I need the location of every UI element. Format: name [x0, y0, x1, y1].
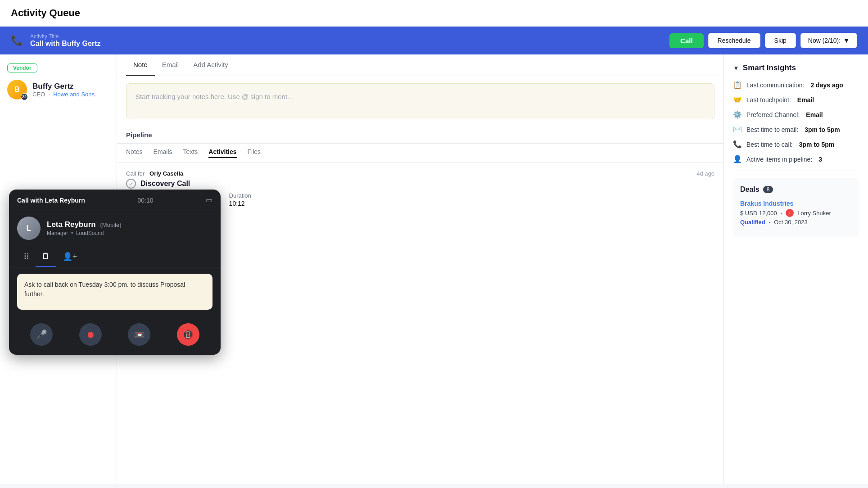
voicemail-button[interactable]: 📼: [128, 323, 150, 346]
tab-add-activity[interactable]: Add Activity: [186, 54, 235, 76]
main-layout: Vendor B 22 Buffy Gertz CEO · Howe and S…: [0, 54, 868, 484]
pipeline-header: Pipeline: [117, 127, 723, 144]
call-person-row: L Leta Reyburn (Mobile) Manager • LoudSo…: [9, 209, 221, 247]
call-overlay: Call with Leta Reyburn 00:10 ▭ L Leta Re…: [9, 190, 221, 355]
deals-header: Deals 8: [740, 185, 852, 194]
contact-info: Buffy Gertz CEO · Howe and Sons.: [32, 82, 96, 98]
insight-pipeline-items: 👤 Active items in pipeline: 3: [733, 155, 859, 163]
mute-button[interactable]: 🎤: [30, 323, 53, 346]
deals-title: Deals: [740, 185, 760, 194]
call-tab-notes[interactable]: 🗒: [36, 247, 56, 267]
minimize-icon[interactable]: ▭: [206, 196, 212, 204]
activity-title: Call with Buffy Gertz: [30, 40, 100, 48]
contact-company-link[interactable]: Howe and Sons.: [53, 91, 96, 98]
page-title: Activity Queue: [11, 7, 857, 19]
insight-last-touchpoint: 🤝 Last touchpoint: Email: [733, 95, 859, 104]
call-avatar: L: [17, 217, 41, 240]
note-tabs: Note Email Add Activity: [117, 54, 723, 76]
sub-tab-files[interactable]: Files: [248, 148, 261, 158]
duration-label: Duration: [229, 192, 251, 199]
handshake-icon: 🤝: [733, 95, 742, 104]
record-button[interactable]: ⏺: [79, 323, 102, 346]
email-icon: ✉️: [733, 125, 742, 134]
sub-tab-activities[interactable]: Activities: [208, 148, 236, 158]
calendar-check-icon: 📋: [733, 81, 742, 89]
vendor-badge: Vendor: [7, 63, 37, 72]
activity-name: Discovery Call: [140, 180, 190, 188]
activity-info: Activity Title Call with Buffy Gertz: [30, 33, 100, 48]
call-overlay-title: Call with Leta Reyburn: [17, 197, 85, 204]
call-person-info: Leta Reyburn (Mobile) Manager • LoudSoun…: [47, 220, 122, 236]
sub-tabs: Notes Emails Texts Activities Files: [117, 144, 723, 163]
call-button[interactable]: Call: [669, 33, 704, 48]
phone-icon: 📞: [733, 140, 742, 149]
deal-status-row: Qualified · Oct 30, 2023: [740, 219, 852, 226]
deal-status[interactable]: Qualified: [740, 219, 765, 226]
collapse-icon[interactable]: ▼: [733, 64, 739, 72]
tab-email[interactable]: Email: [155, 54, 186, 76]
call-note-area[interactable]: Ask to call back on Tuesday 3:00 pm. to …: [17, 274, 212, 310]
tab-note[interactable]: Note: [126, 54, 155, 76]
insight-best-call-time: 📞 Best time to call: 3pm to 5pm: [733, 140, 859, 149]
call-tab-transfer[interactable]: 👤+: [56, 247, 84, 267]
divider: [733, 171, 859, 171]
insight-preferred-channel: ⚙️ Preferred Channel: Email: [733, 110, 859, 119]
contact-role: CEO · Howe and Sons.: [32, 91, 96, 98]
skip-button[interactable]: Skip: [765, 33, 796, 48]
deal-meta: $ USD 12,000 · L Lorry Shuker: [740, 209, 852, 217]
now-button[interactable]: Now (2/10): ▼: [800, 33, 857, 48]
activity-label: Activity Title: [30, 33, 100, 40]
reschedule-button[interactable]: Reschedule: [708, 33, 760, 48]
call-actions: 🎤 ⏺ 📼 📵: [9, 316, 221, 355]
call-tabs: ⠿ 🗒 👤+: [9, 247, 221, 267]
insight-last-communication: 📋 Last communication: 2 days ago: [733, 81, 859, 89]
contact-name: Buffy Gertz: [32, 82, 96, 91]
note-area[interactable]: Start tracking your notes here. Use @ si…: [126, 83, 714, 119]
chevron-down-icon: ▼: [843, 37, 850, 44]
gear-icon: ⚙️: [733, 110, 742, 119]
hangup-button[interactable]: 📵: [177, 323, 199, 346]
call-person-sub: Manager • LoudSound: [47, 230, 122, 236]
insights-title: Smart Insights: [743, 63, 796, 72]
deal-owner-avatar: L: [786, 209, 794, 217]
contact-row: B 22 Buffy Gertz CEO · Howe and Sons.: [7, 80, 109, 99]
deals-count: 8: [763, 186, 773, 193]
activity-item-meta: Call for Orly Casella 4d ago: [126, 170, 714, 177]
activity-caller: Call for Orly Casella: [126, 170, 183, 177]
left-panel: Vendor B 22 Buffy Gertz CEO · Howe and S…: [0, 54, 117, 484]
call-tab-keypad[interactable]: ⠿: [17, 247, 36, 267]
dot-separator: ·: [781, 210, 782, 217]
deals-section: Deals 8 Brakus Industries $ USD 12,000 ·…: [733, 178, 859, 237]
avatar-badge: 22: [21, 93, 28, 100]
call-timer: 00:10: [137, 197, 153, 204]
deal-amount: $ USD 12,000: [740, 210, 777, 217]
sub-tab-emails[interactable]: Emails: [154, 148, 172, 158]
check-circle[interactable]: ✓: [126, 179, 136, 189]
deal-row: Brakus Industries $ USD 12,000 · L Lorry…: [740, 200, 852, 226]
insight-best-email-time: ✉️ Best time to email: 3pm to 5pm: [733, 125, 859, 134]
deal-owner: Lorry Shuker: [797, 210, 831, 217]
avatar: B 22: [7, 80, 27, 99]
dot-separator-2: ·: [769, 219, 771, 226]
call-overlay-header: Call with Leta Reyburn 00:10 ▭: [9, 190, 221, 209]
sub-tab-notes[interactable]: Notes: [126, 148, 143, 158]
deal-date: Oct 30, 2023: [774, 219, 807, 226]
activity-bar: 📞 Activity Title Call with Buffy Gertz C…: [0, 27, 868, 54]
phone-icon: 📞: [11, 35, 23, 46]
person-icon: 👤: [733, 155, 742, 163]
deal-name[interactable]: Brakus Industries: [740, 200, 852, 207]
duration-section: Duration 10:12: [229, 192, 251, 208]
activity-bar-actions: Call Reschedule Skip Now (2/10): ▼: [669, 33, 857, 48]
insights-header: ▼ Smart Insights: [733, 63, 859, 72]
sub-tab-texts[interactable]: Texts: [183, 148, 198, 158]
page-header: Activity Queue: [0, 0, 868, 27]
right-panel: ▼ Smart Insights 📋 Last communication: 2…: [724, 54, 868, 484]
call-person-name: Leta Reyburn (Mobile): [47, 220, 122, 229]
duration-value: 10:12: [229, 200, 251, 207]
activity-time-ago: 4d ago: [696, 170, 714, 177]
activity-row: ✓ Discovery Call: [126, 179, 714, 189]
